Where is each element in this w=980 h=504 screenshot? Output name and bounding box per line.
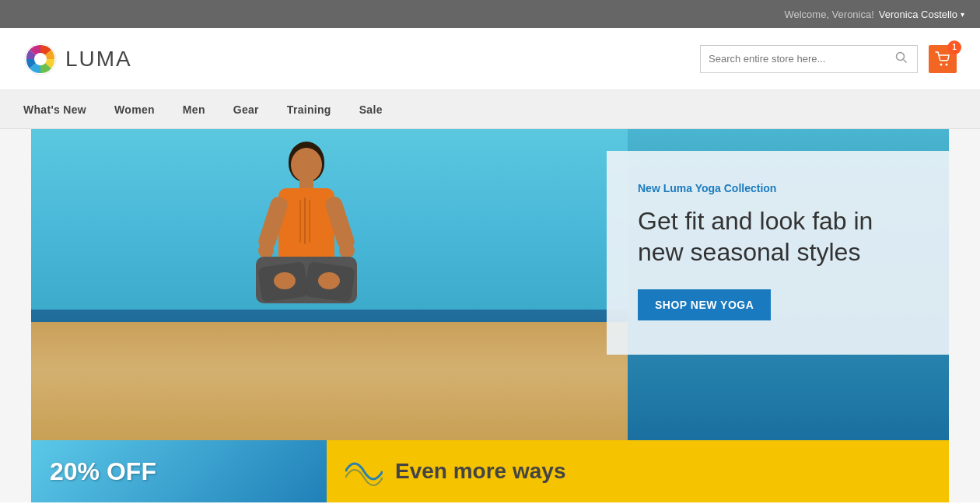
banner-discount[interactable]: 20% OFF [31,440,327,502]
nav-item-training[interactable]: Training [273,90,345,129]
site-header: LUMA 1 [0,28,980,90]
svg-point-1 [34,53,47,65]
bottom-banners: 20% OFF Even more ways [31,440,949,502]
search-icon[interactable] [895,51,908,67]
cart-badge: 1 [947,40,961,54]
svg-point-2 [897,52,905,60]
nav-item-men[interactable]: Men [169,90,219,129]
yoga-person [229,142,384,359]
nav-item-whats-new[interactable]: What's New [23,90,100,129]
nav-item-women[interactable]: Women [100,90,169,129]
logo-icon [23,42,58,76]
nav-item-sale[interactable]: Sale [345,90,397,129]
welcome-text: Welcome, Veronica! [784,9,873,20]
hero-subtitle: New Luma Yoga Collection [638,182,918,194]
chevron-down-icon: ▾ [961,10,964,19]
hero-banner: New Luma Yoga Collection Get fit and loo… [31,129,949,440]
logo-area[interactable]: LUMA [23,42,132,76]
header-right: 1 [700,45,957,73]
search-input[interactable] [709,53,895,65]
svg-point-4 [940,63,943,65]
nav-item-gear[interactable]: Gear [219,90,273,129]
hero-title: Get fit and look fab in new seasonal sty… [638,205,918,268]
logo-text: LUMA [65,47,132,72]
search-bar[interactable] [700,45,918,73]
top-bar: Welcome, Veronica! Veronica Costello ▾ [0,0,980,28]
user-menu[interactable]: Veronica Costello ▾ [879,9,964,20]
banner-discount-text: 20% OFF [50,457,156,486]
banner-arrow-icon [345,456,383,487]
svg-line-3 [904,59,907,62]
user-name: Veronica Costello [879,9,957,20]
shop-new-yoga-button[interactable]: Shop New Yoga [638,289,771,320]
cart-button[interactable]: 1 [929,45,957,73]
svg-point-5 [946,63,948,65]
banner-more-ways[interactable]: Even more ways [327,440,949,502]
hero-content-box: New Luma Yoga Collection Get fit and loo… [607,151,949,355]
main-nav: What's New Women Men Gear Training Sale [0,90,980,129]
banner-more-ways-text: Even more ways [395,459,565,484]
